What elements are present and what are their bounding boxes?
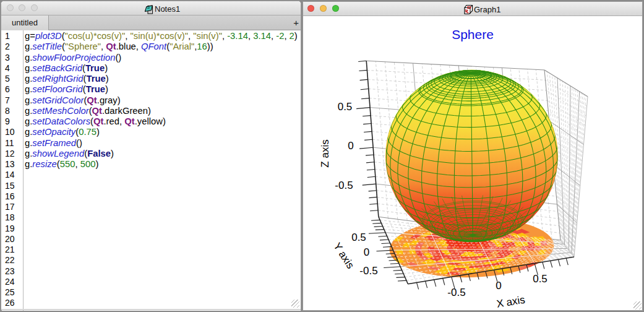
svg-text:0: 0	[496, 280, 501, 292]
svg-text:-0.5: -0.5	[359, 265, 377, 277]
svg-text:-0.5: -0.5	[447, 287, 465, 298]
svg-text:0: 0	[348, 140, 353, 152]
svg-text:Z axis: Z axis	[319, 139, 331, 167]
svg-text:0.5: 0.5	[533, 273, 547, 285]
svg-text:0.5: 0.5	[338, 101, 353, 113]
svg-text:0.5: 0.5	[351, 232, 366, 243]
svg-text:Y axis: Y axis	[331, 241, 356, 271]
svg-text:0: 0	[364, 246, 369, 258]
svg-text:-0.5: -0.5	[335, 180, 353, 191]
svg-text:X axis: X axis	[496, 293, 526, 310]
